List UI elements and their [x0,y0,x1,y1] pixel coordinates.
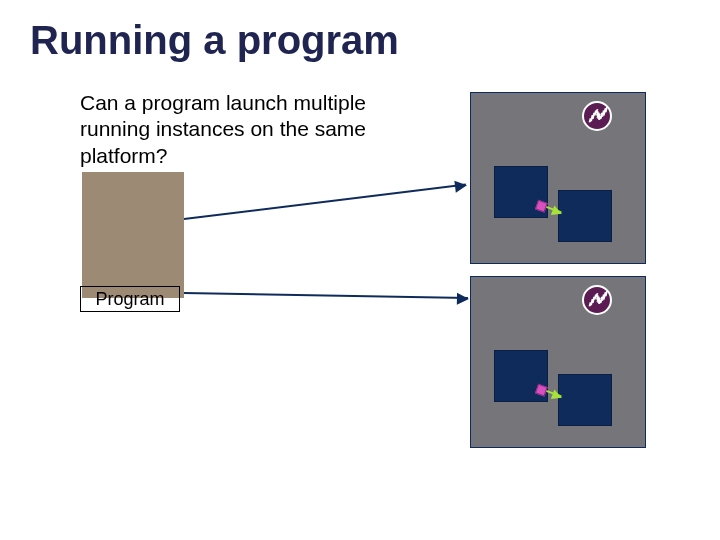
bolt-glyph: 🗲 [588,106,606,127]
bolt-icon: 🗲 [582,101,612,131]
question-text: Can a program launch multiple running in… [80,90,400,169]
arrow-to-instance-2 [184,292,468,299]
program-label: Program [80,286,180,312]
slide: Running a program Can a program launch m… [0,0,720,540]
program-box [82,172,184,298]
module-box [558,190,612,242]
arrow-to-instance-1 [184,183,466,220]
slide-title: Running a program [30,18,399,63]
module-box [558,374,612,426]
bolt-glyph: 🗲 [588,290,606,311]
bolt-icon: 🗲 [582,285,612,315]
